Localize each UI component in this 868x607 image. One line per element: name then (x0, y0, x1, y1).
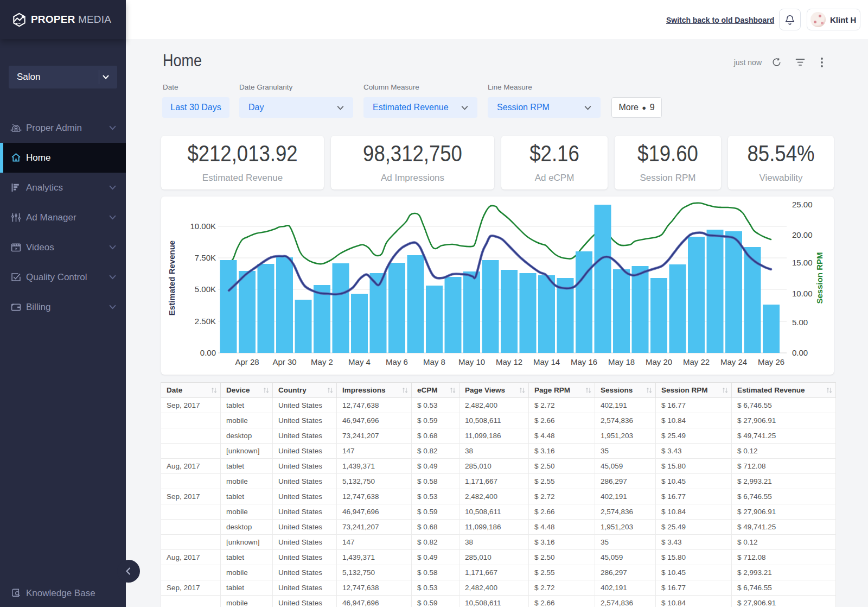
svg-text:May 14: May 14 (533, 357, 560, 366)
svg-text:5.00: 5.00 (792, 318, 808, 327)
svg-text:May 4: May 4 (348, 357, 371, 366)
svg-text:10.00K: 10.00K (190, 222, 216, 231)
svg-text:Apr 30: Apr 30 (272, 357, 296, 366)
svg-text:May 26: May 26 (758, 357, 784, 366)
svg-text:May 22: May 22 (683, 357, 710, 366)
svg-text:10.00: 10.00 (792, 289, 813, 298)
svg-text:15.00: 15.00 (792, 258, 813, 267)
svg-text:25.00: 25.00 (792, 200, 813, 209)
svg-text:May 20: May 20 (646, 357, 672, 366)
svg-text:Apr 28: Apr 28 (235, 357, 259, 366)
svg-text:7.50K: 7.50K (195, 253, 216, 262)
svg-text:May 24: May 24 (720, 357, 747, 366)
svg-text:0.00: 0.00 (792, 348, 808, 357)
svg-text:2.50K: 2.50K (195, 317, 216, 326)
svg-text:May 10: May 10 (458, 357, 485, 366)
svg-text:May 6: May 6 (386, 357, 408, 366)
svg-text:May 18: May 18 (608, 357, 635, 366)
svg-text:Session RPM: Session RPM (815, 252, 824, 303)
svg-text:20.00: 20.00 (792, 230, 813, 239)
svg-text:May 8: May 8 (423, 357, 445, 366)
svg-text:May 2: May 2 (311, 357, 333, 366)
svg-text:May 12: May 12 (496, 357, 522, 366)
svg-text:5.00K: 5.00K (195, 284, 216, 294)
svg-text:0.00: 0.00 (200, 348, 216, 357)
svg-text:May 16: May 16 (571, 357, 597, 366)
svg-text:Estimated Revenue: Estimated Revenue (167, 241, 176, 315)
